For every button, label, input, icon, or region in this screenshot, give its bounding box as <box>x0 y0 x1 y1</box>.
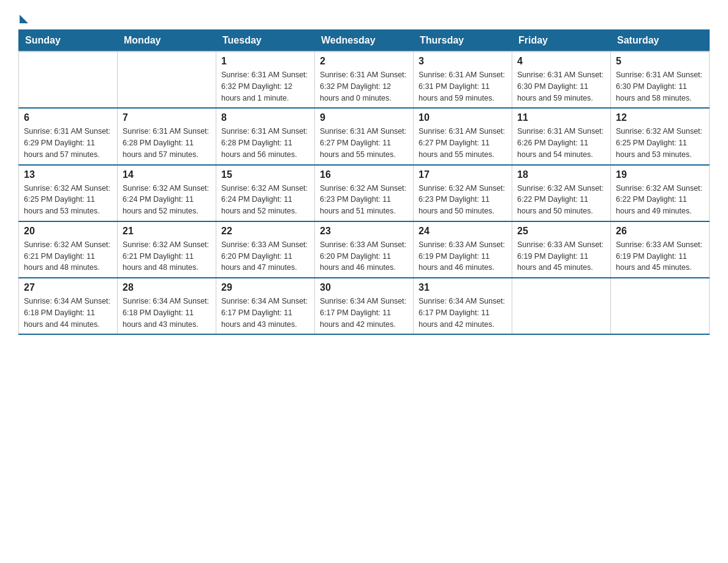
calendar-cell: 21Sunrise: 6:32 AM Sunset: 6:21 PM Dayli… <box>118 221 216 278</box>
calendar-cell: 8Sunrise: 6:31 AM Sunset: 6:28 PM Daylig… <box>216 108 315 164</box>
calendar-cell: 25Sunrise: 6:33 AM Sunset: 6:19 PM Dayli… <box>512 221 611 278</box>
day-info: Sunrise: 6:34 AM Sunset: 6:17 PM Dayligh… <box>221 296 309 330</box>
day-info: Sunrise: 6:32 AM Sunset: 6:25 PM Dayligh… <box>616 126 704 160</box>
calendar-cell: 26Sunrise: 6:33 AM Sunset: 6:19 PM Dayli… <box>611 221 710 278</box>
day-number: 14 <box>123 169 211 180</box>
day-number: 7 <box>123 112 211 123</box>
day-number: 8 <box>221 112 309 123</box>
day-number: 19 <box>616 169 704 180</box>
day-number: 4 <box>517 56 605 67</box>
day-number: 16 <box>320 169 408 180</box>
page-header <box>18 12 710 23</box>
day-of-week-header: Sunday <box>19 30 118 52</box>
day-number: 27 <box>24 282 112 293</box>
day-info: Sunrise: 6:32 AM Sunset: 6:21 PM Dayligh… <box>24 239 112 274</box>
calendar-cell: 4Sunrise: 6:31 AM Sunset: 6:30 PM Daylig… <box>512 52 611 108</box>
day-info: Sunrise: 6:32 AM Sunset: 6:21 PM Dayligh… <box>123 239 211 274</box>
day-number: 28 <box>123 282 211 293</box>
day-number: 12 <box>616 112 704 123</box>
calendar-cell: 10Sunrise: 6:31 AM Sunset: 6:27 PM Dayli… <box>414 108 512 164</box>
day-number: 11 <box>517 112 605 123</box>
day-info: Sunrise: 6:31 AM Sunset: 6:28 PM Dayligh… <box>221 126 309 160</box>
calendar-cell: 5Sunrise: 6:31 AM Sunset: 6:30 PM Daylig… <box>611 52 710 108</box>
day-info: Sunrise: 6:31 AM Sunset: 6:28 PM Dayligh… <box>123 126 211 160</box>
day-info: Sunrise: 6:31 AM Sunset: 6:26 PM Dayligh… <box>517 126 605 160</box>
calendar-week-row: 6Sunrise: 6:31 AM Sunset: 6:29 PM Daylig… <box>19 108 710 164</box>
day-number: 22 <box>221 226 309 237</box>
day-number: 29 <box>221 282 309 293</box>
day-info: Sunrise: 6:33 AM Sunset: 6:20 PM Dayligh… <box>221 239 309 274</box>
calendar-cell <box>19 52 118 108</box>
calendar-header-row: SundayMondayTuesdayWednesdayThursdayFrid… <box>19 30 710 52</box>
calendar-cell: 1Sunrise: 6:31 AM Sunset: 6:32 PM Daylig… <box>216 52 315 108</box>
calendar-cell: 20Sunrise: 6:32 AM Sunset: 6:21 PM Dayli… <box>19 221 118 278</box>
day-number: 17 <box>419 169 507 180</box>
day-info: Sunrise: 6:32 AM Sunset: 6:24 PM Dayligh… <box>123 183 211 217</box>
day-number: 10 <box>419 112 507 123</box>
day-number: 24 <box>419 226 507 237</box>
calendar-cell <box>118 52 216 108</box>
day-info: Sunrise: 6:32 AM Sunset: 6:22 PM Dayligh… <box>616 183 704 217</box>
calendar-cell: 23Sunrise: 6:33 AM Sunset: 6:20 PM Dayli… <box>315 221 414 278</box>
day-info: Sunrise: 6:33 AM Sunset: 6:19 PM Dayligh… <box>517 239 605 274</box>
day-info: Sunrise: 6:31 AM Sunset: 6:29 PM Dayligh… <box>24 126 112 160</box>
day-info: Sunrise: 6:31 AM Sunset: 6:31 PM Dayligh… <box>419 69 507 104</box>
day-number: 21 <box>123 226 211 237</box>
calendar-table: SundayMondayTuesdayWednesdayThursdayFrid… <box>18 29 710 335</box>
calendar-cell: 9Sunrise: 6:31 AM Sunset: 6:27 PM Daylig… <box>315 108 414 164</box>
day-info: Sunrise: 6:32 AM Sunset: 6:22 PM Dayligh… <box>517 183 605 217</box>
day-info: Sunrise: 6:31 AM Sunset: 6:30 PM Dayligh… <box>616 69 704 104</box>
day-of-week-header: Tuesday <box>216 30 315 52</box>
calendar-cell: 24Sunrise: 6:33 AM Sunset: 6:19 PM Dayli… <box>414 221 512 278</box>
calendar-cell: 22Sunrise: 6:33 AM Sunset: 6:20 PM Dayli… <box>216 221 315 278</box>
day-info: Sunrise: 6:34 AM Sunset: 6:18 PM Dayligh… <box>123 296 211 330</box>
calendar-cell: 6Sunrise: 6:31 AM Sunset: 6:29 PM Daylig… <box>19 108 118 164</box>
day-of-week-header: Thursday <box>414 30 512 52</box>
calendar-cell: 15Sunrise: 6:32 AM Sunset: 6:24 PM Dayli… <box>216 165 315 221</box>
day-number: 25 <box>517 226 605 237</box>
day-number: 30 <box>320 282 408 293</box>
day-info: Sunrise: 6:32 AM Sunset: 6:24 PM Dayligh… <box>221 183 309 217</box>
calendar-week-row: 20Sunrise: 6:32 AM Sunset: 6:21 PM Dayli… <box>19 221 710 278</box>
day-of-week-header: Monday <box>118 30 216 52</box>
calendar-cell: 28Sunrise: 6:34 AM Sunset: 6:18 PM Dayli… <box>118 278 216 334</box>
day-info: Sunrise: 6:33 AM Sunset: 6:20 PM Dayligh… <box>320 239 408 274</box>
day-of-week-header: Wednesday <box>315 30 414 52</box>
calendar-cell: 14Sunrise: 6:32 AM Sunset: 6:24 PM Dayli… <box>118 165 216 221</box>
day-info: Sunrise: 6:31 AM Sunset: 6:27 PM Dayligh… <box>419 126 507 160</box>
calendar-cell: 11Sunrise: 6:31 AM Sunset: 6:26 PM Dayli… <box>512 108 611 164</box>
calendar-cell: 19Sunrise: 6:32 AM Sunset: 6:22 PM Dayli… <box>611 165 710 221</box>
day-of-week-header: Saturday <box>611 30 710 52</box>
calendar-cell <box>611 278 710 334</box>
calendar-cell: 3Sunrise: 6:31 AM Sunset: 6:31 PM Daylig… <box>414 52 512 108</box>
logo <box>18 12 28 23</box>
calendar-week-row: 13Sunrise: 6:32 AM Sunset: 6:25 PM Dayli… <box>19 165 710 221</box>
day-number: 1 <box>221 56 309 67</box>
calendar-cell: 17Sunrise: 6:32 AM Sunset: 6:23 PM Dayli… <box>414 165 512 221</box>
day-info: Sunrise: 6:32 AM Sunset: 6:23 PM Dayligh… <box>320 183 408 217</box>
calendar-cell: 12Sunrise: 6:32 AM Sunset: 6:25 PM Dayli… <box>611 108 710 164</box>
calendar-week-row: 1Sunrise: 6:31 AM Sunset: 6:32 PM Daylig… <box>19 52 710 108</box>
day-info: Sunrise: 6:31 AM Sunset: 6:30 PM Dayligh… <box>517 69 605 104</box>
day-info: Sunrise: 6:31 AM Sunset: 6:27 PM Dayligh… <box>320 126 408 160</box>
calendar-cell: 18Sunrise: 6:32 AM Sunset: 6:22 PM Dayli… <box>512 165 611 221</box>
calendar-cell: 31Sunrise: 6:34 AM Sunset: 6:17 PM Dayli… <box>414 278 512 334</box>
day-info: Sunrise: 6:34 AM Sunset: 6:18 PM Dayligh… <box>24 296 112 330</box>
day-number: 5 <box>616 56 704 67</box>
day-number: 20 <box>24 226 112 237</box>
calendar-cell: 30Sunrise: 6:34 AM Sunset: 6:17 PM Dayli… <box>315 278 414 334</box>
calendar-cell: 29Sunrise: 6:34 AM Sunset: 6:17 PM Dayli… <box>216 278 315 334</box>
calendar-week-row: 27Sunrise: 6:34 AM Sunset: 6:18 PM Dayli… <box>19 278 710 334</box>
day-info: Sunrise: 6:34 AM Sunset: 6:17 PM Dayligh… <box>320 296 408 330</box>
day-info: Sunrise: 6:32 AM Sunset: 6:25 PM Dayligh… <box>24 183 112 217</box>
day-number: 18 <box>517 169 605 180</box>
day-info: Sunrise: 6:34 AM Sunset: 6:17 PM Dayligh… <box>419 296 507 330</box>
day-info: Sunrise: 6:33 AM Sunset: 6:19 PM Dayligh… <box>419 239 507 274</box>
day-number: 31 <box>419 282 507 293</box>
calendar-cell: 27Sunrise: 6:34 AM Sunset: 6:18 PM Dayli… <box>19 278 118 334</box>
day-info: Sunrise: 6:31 AM Sunset: 6:32 PM Dayligh… <box>320 69 408 104</box>
calendar-cell <box>512 278 611 334</box>
day-number: 15 <box>221 169 309 180</box>
day-number: 3 <box>419 56 507 67</box>
day-number: 2 <box>320 56 408 67</box>
